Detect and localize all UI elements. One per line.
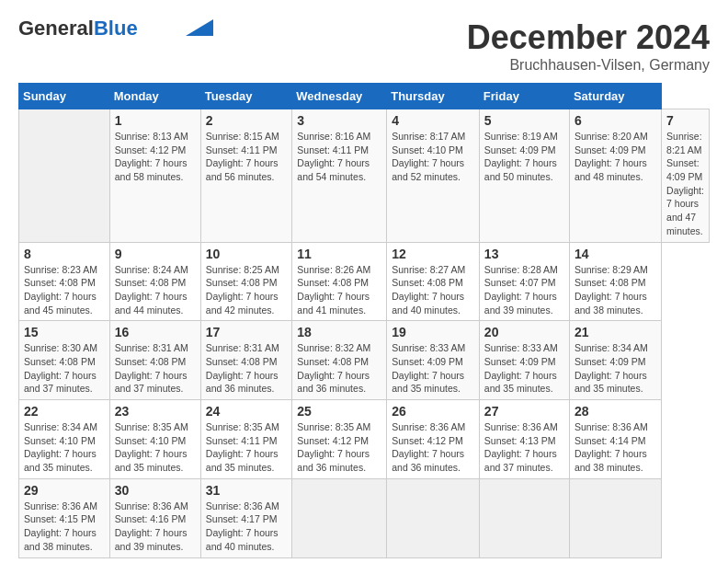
day-number: 19	[392, 325, 474, 339]
day-header-tuesday: Tuesday	[200, 84, 292, 109]
calendar-week-2: 15Sunrise: 8:30 AMSunset: 4:08 PMDayligh…	[19, 321, 710, 400]
day-detail: Sunrise: 8:36 AMSunset: 4:12 PMDaylight:…	[392, 420, 474, 475]
day-number: 27	[484, 404, 564, 419]
day-number: 13	[484, 247, 564, 261]
day-detail: Sunrise: 8:17 AMSunset: 4:10 PMDaylight:…	[392, 130, 474, 184]
day-cell-12: 12Sunrise: 8:27 AMSunset: 4:08 PMDayligh…	[387, 242, 480, 321]
calendar-header-row: SundayMondayTuesdayWednesdayThursdayFrid…	[19, 84, 710, 109]
day-detail: Sunrise: 8:36 AMSunset: 4:15 PMDaylight:…	[24, 500, 105, 554]
empty-cell	[569, 478, 661, 557]
day-detail: Sunrise: 8:28 AMSunset: 4:07 PMDaylight:…	[484, 263, 564, 317]
day-cell-31: 31Sunrise: 8:36 AMSunset: 4:17 PMDayligh…	[200, 478, 292, 557]
day-detail: Sunrise: 8:25 AMSunset: 4:08 PMDaylight:…	[206, 263, 288, 317]
calendar-week-4: 29Sunrise: 8:36 AMSunset: 4:15 PMDayligh…	[19, 478, 710, 557]
day-cell-2: 2Sunrise: 8:15 AMSunset: 4:11 PMDaylight…	[200, 109, 292, 243]
day-detail: Sunrise: 8:36 AMSunset: 4:13 PMDaylight:…	[484, 420, 564, 475]
day-detail: Sunrise: 8:33 AMSunset: 4:09 PMDaylight:…	[484, 341, 564, 396]
day-number: 23	[115, 404, 196, 419]
day-number: 5	[484, 113, 564, 128]
empty-cell	[19, 109, 110, 243]
day-number: 16	[115, 325, 196, 339]
day-cell-17: 17Sunrise: 8:31 AMSunset: 4:08 PMDayligh…	[200, 321, 292, 400]
day-cell-19: 19Sunrise: 8:33 AMSunset: 4:09 PMDayligh…	[387, 321, 480, 400]
day-number: 29	[24, 483, 105, 498]
day-detail: Sunrise: 8:30 AMSunset: 4:08 PMDaylight:…	[24, 341, 105, 396]
day-number: 31	[206, 483, 288, 498]
day-number: 7	[666, 113, 704, 128]
day-number: 14	[574, 247, 656, 261]
day-detail: Sunrise: 8:19 AMSunset: 4:09 PMDaylight:…	[484, 130, 564, 184]
day-header-sunday: Sunday	[19, 84, 110, 109]
empty-cell	[387, 478, 480, 557]
day-number: 30	[115, 483, 196, 498]
day-detail: Sunrise: 8:32 AMSunset: 4:08 PMDaylight:…	[297, 341, 381, 396]
day-number: 22	[24, 404, 105, 419]
day-cell-4: 4Sunrise: 8:17 AMSunset: 4:10 PMDaylight…	[387, 109, 480, 243]
day-cell-24: 24Sunrise: 8:35 AMSunset: 4:11 PMDayligh…	[200, 400, 292, 479]
location-subtitle: Bruchhausen-Vilsen, Germany	[467, 57, 710, 74]
day-number: 17	[206, 325, 288, 339]
day-detail: Sunrise: 8:24 AMSunset: 4:08 PMDaylight:…	[115, 263, 196, 317]
calendar-week-1: 8Sunrise: 8:23 AMSunset: 4:08 PMDaylight…	[19, 242, 710, 321]
title-area: December 2024 Bruchhausen-Vilsen, German…	[467, 18, 710, 74]
day-cell-15: 15Sunrise: 8:30 AMSunset: 4:08 PMDayligh…	[19, 321, 110, 400]
day-detail: Sunrise: 8:36 AMSunset: 4:16 PMDaylight:…	[115, 500, 196, 554]
month-title: December 2024	[467, 18, 710, 57]
day-detail: Sunrise: 8:35 AMSunset: 4:10 PMDaylight:…	[115, 420, 196, 475]
day-detail: Sunrise: 8:13 AMSunset: 4:12 PMDaylight:…	[115, 130, 196, 184]
calendar-week-0: 1Sunrise: 8:13 AMSunset: 4:12 PMDaylight…	[19, 109, 710, 243]
day-detail: Sunrise: 8:20 AMSunset: 4:09 PMDaylight:…	[574, 130, 656, 184]
day-cell-25: 25Sunrise: 8:35 AMSunset: 4:12 PMDayligh…	[292, 400, 387, 479]
day-number: 15	[24, 325, 105, 339]
day-number: 9	[115, 247, 196, 261]
day-cell-27: 27Sunrise: 8:36 AMSunset: 4:13 PMDayligh…	[479, 400, 569, 479]
day-cell-18: 18Sunrise: 8:32 AMSunset: 4:08 PMDayligh…	[292, 321, 387, 400]
day-detail: Sunrise: 8:16 AMSunset: 4:11 PMDaylight:…	[297, 130, 381, 184]
day-header-monday: Monday	[109, 84, 200, 109]
day-number: 21	[574, 325, 656, 339]
day-detail: Sunrise: 8:21 AMSunset: 4:09 PMDaylight:…	[666, 130, 704, 238]
calendar-body: 1Sunrise: 8:13 AMSunset: 4:12 PMDaylight…	[19, 109, 710, 558]
day-cell-11: 11Sunrise: 8:26 AMSunset: 4:08 PMDayligh…	[292, 242, 387, 321]
day-cell-26: 26Sunrise: 8:36 AMSunset: 4:12 PMDayligh…	[387, 400, 480, 479]
day-detail: Sunrise: 8:15 AMSunset: 4:11 PMDaylight:…	[206, 130, 288, 184]
day-cell-20: 20Sunrise: 8:33 AMSunset: 4:09 PMDayligh…	[479, 321, 569, 400]
day-cell-22: 22Sunrise: 8:34 AMSunset: 4:10 PMDayligh…	[19, 400, 110, 479]
empty-cell	[292, 478, 387, 557]
day-detail: Sunrise: 8:27 AMSunset: 4:08 PMDaylight:…	[392, 263, 474, 317]
day-detail: Sunrise: 8:31 AMSunset: 4:08 PMDaylight:…	[206, 341, 288, 396]
day-cell-3: 3Sunrise: 8:16 AMSunset: 4:11 PMDaylight…	[292, 109, 387, 243]
day-number: 6	[574, 113, 656, 128]
day-cell-10: 10Sunrise: 8:25 AMSunset: 4:08 PMDayligh…	[200, 242, 292, 321]
day-detail: Sunrise: 8:35 AMSunset: 4:12 PMDaylight:…	[297, 420, 381, 475]
calendar-table: SundayMondayTuesdayWednesdayThursdayFrid…	[18, 83, 710, 558]
logo-text: GeneralBlue	[18, 18, 138, 39]
day-cell-16: 16Sunrise: 8:31 AMSunset: 4:08 PMDayligh…	[109, 321, 200, 400]
day-number: 2	[206, 113, 288, 128]
day-cell-8: 8Sunrise: 8:23 AMSunset: 4:08 PMDaylight…	[19, 242, 110, 321]
calendar-week-3: 22Sunrise: 8:34 AMSunset: 4:10 PMDayligh…	[19, 400, 710, 479]
day-detail: Sunrise: 8:34 AMSunset: 4:10 PMDaylight:…	[24, 420, 105, 475]
day-cell-13: 13Sunrise: 8:28 AMSunset: 4:07 PMDayligh…	[479, 242, 569, 321]
logo-icon	[186, 19, 213, 36]
day-cell-5: 5Sunrise: 8:19 AMSunset: 4:09 PMDaylight…	[479, 109, 569, 243]
day-number: 18	[297, 325, 381, 339]
svg-marker-0	[186, 19, 213, 36]
day-number: 26	[392, 404, 474, 419]
day-header-thursday: Thursday	[387, 84, 480, 109]
day-number: 3	[297, 113, 381, 128]
day-cell-28: 28Sunrise: 8:36 AMSunset: 4:14 PMDayligh…	[569, 400, 661, 479]
day-number: 28	[574, 404, 656, 419]
day-number: 10	[206, 247, 288, 261]
day-detail: Sunrise: 8:31 AMSunset: 4:08 PMDaylight:…	[115, 341, 196, 396]
day-cell-14: 14Sunrise: 8:29 AMSunset: 4:08 PMDayligh…	[569, 242, 661, 321]
day-header-wednesday: Wednesday	[292, 84, 387, 109]
day-cell-29: 29Sunrise: 8:36 AMSunset: 4:15 PMDayligh…	[19, 478, 110, 557]
day-cell-7: 7Sunrise: 8:21 AMSunset: 4:09 PMDaylight…	[662, 109, 710, 243]
day-number: 8	[24, 247, 105, 261]
day-cell-9: 9Sunrise: 8:24 AMSunset: 4:08 PMDaylight…	[109, 242, 200, 321]
day-detail: Sunrise: 8:29 AMSunset: 4:08 PMDaylight:…	[574, 263, 656, 317]
empty-cell	[479, 478, 569, 557]
day-detail: Sunrise: 8:34 AMSunset: 4:09 PMDaylight:…	[574, 341, 656, 396]
day-number: 20	[484, 325, 564, 339]
